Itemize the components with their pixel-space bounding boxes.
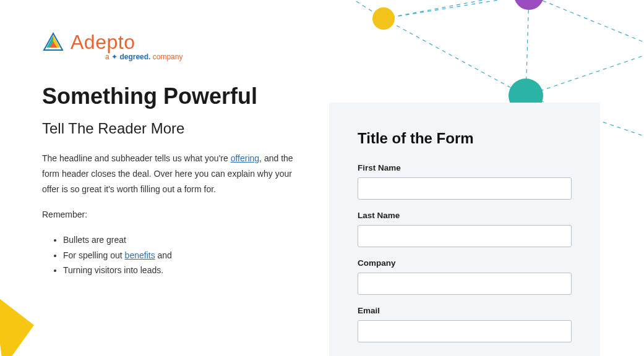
company-input[interactable] <box>358 273 572 295</box>
email-label: Email <box>358 306 572 315</box>
form-title: Title of the Form <box>358 130 572 147</box>
list-item: Turning visitors into leads. <box>63 263 308 278</box>
brand-logo: Adepto a ✦ degreed. company <box>42 31 308 61</box>
company-label: Company <box>358 258 572 268</box>
tagline-suffix: company <box>153 53 183 61</box>
offering-link[interactable]: offering <box>231 153 259 163</box>
email-input[interactable] <box>358 320 572 342</box>
hero-subheadline: Tell The Reader More <box>42 120 308 137</box>
hero-headline: Something Powerful <box>42 83 308 109</box>
form-card: Title of the Form First Name Last Name C… <box>329 103 600 356</box>
last-name-input[interactable] <box>358 225 572 247</box>
first-name-input[interactable] <box>358 177 572 200</box>
bullet-list: Bullets are great For spelling out benef… <box>42 232 308 278</box>
bullet2-post: and <box>155 250 172 260</box>
adepto-logo-icon <box>42 32 64 54</box>
brand-tagline: a ✦ degreed. company <box>105 53 308 61</box>
bullet2-pre: For spelling out <box>63 250 125 260</box>
paragraph-pre: The headline and subheader tells us what… <box>42 153 231 163</box>
first-name-label: First Name <box>358 163 572 172</box>
svg-marker-13 <box>0 294 34 356</box>
list-item: For spelling out benefits and <box>63 248 308 263</box>
tagline-mid: degreed. <box>119 53 150 61</box>
tagline-prefix: a <box>105 53 109 61</box>
last-name-label: Last Name <box>358 211 572 220</box>
brand-name: Adepto <box>71 31 135 54</box>
remember-label: Remember: <box>42 207 308 222</box>
hero-paragraph: The headline and subheader tells us what… <box>42 151 308 197</box>
decorative-triangle <box>0 294 49 356</box>
benefits-link[interactable]: benefits <box>125 250 155 260</box>
list-item: Bullets are great <box>63 232 308 248</box>
